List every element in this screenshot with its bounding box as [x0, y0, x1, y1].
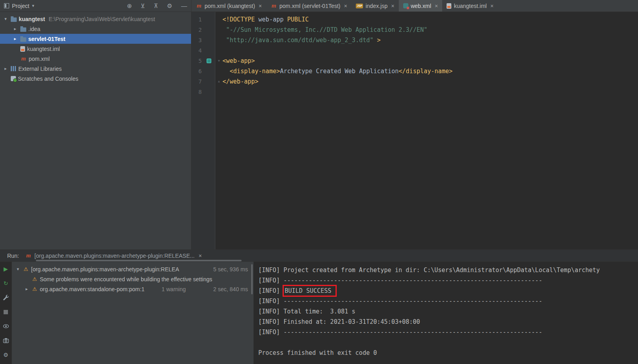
- chevron-right-icon[interactable]: ▸: [12, 26, 18, 31]
- console-text: [INFO]: [258, 287, 283, 294]
- line-number: 7: [191, 76, 203, 87]
- close-icon[interactable]: ×: [391, 3, 394, 9]
- editor-tab[interactable]: web.xml×: [399, 0, 443, 12]
- code-line: 5▿<web-app>: [191, 56, 638, 66]
- gear-icon-bottom[interactable]: ⚙: [3, 352, 9, 358]
- folder-file-icon: [11, 18, 17, 22]
- project-tree-item[interactable]: kuangtest.iml: [0, 44, 191, 54]
- editor-tab[interactable]: mpom.xml (servlet-01Test)×: [266, 0, 351, 12]
- gutter-space: [203, 87, 215, 97]
- main-area: ▾kuangtestE:\Programing\Java\Web\Servlet…: [0, 12, 638, 249]
- gear-icon[interactable]: ⚙: [167, 3, 172, 9]
- fold-close-icon[interactable]: ▵: [215, 76, 222, 87]
- chevron-right-icon[interactable]: ▸: [12, 36, 18, 41]
- gutter-space: [203, 14, 215, 25]
- chevron-down-icon[interactable]: ▾: [2, 16, 9, 21]
- project-tree-item[interactable]: mpom.xml: [0, 54, 191, 64]
- run-tool-window: Run: m [org.apache.maven.plugins:maven-a…: [0, 249, 638, 364]
- project-tree-item[interactable]: ▸External Libraries: [0, 64, 191, 74]
- folder-file-icon: [20, 27, 26, 32]
- gutter-space: [203, 25, 215, 35]
- code-line: 3 "http://java.sun.com/dtd/web-app_2_3.d…: [191, 35, 638, 45]
- project-tree-item[interactable]: ▾kuangtestE:\Programing\Java\Web\Servlet…: [0, 14, 191, 24]
- line-number: 3: [191, 35, 203, 45]
- chevron-right-icon[interactable]: ▸: [2, 66, 9, 71]
- code-line: 8: [191, 87, 638, 97]
- fold-space: [215, 14, 222, 25]
- run-tree-item[interactable]: ▾⚠[org.apache.maven.plugins:maven-archet…: [12, 264, 254, 274]
- close-icon[interactable]: ×: [435, 3, 438, 9]
- console-line: Process finished with exit code 0: [258, 348, 638, 358]
- code-editor[interactable]: 1<!DOCTYPE web-app PUBLIC2 "-//Sun Micro…: [191, 12, 638, 249]
- run-toolbar-stripe: ▶ ↻ ⚙: [0, 262, 12, 364]
- code-line: 7▵</web-app>: [191, 76, 638, 87]
- chevron-right-icon[interactable]: ▸: [24, 286, 29, 292]
- chevron-down-icon[interactable]: ▾: [32, 3, 35, 8]
- close-icon[interactable]: ×: [490, 3, 494, 9]
- wrench-icon[interactable]: [3, 294, 9, 301]
- expand-all-icon[interactable]: ⊻: [141, 3, 145, 9]
- fold-space: [215, 66, 222, 76]
- run-tab-label: [org.apache.maven.plugins:maven-archetyp…: [35, 253, 195, 259]
- run-tree-item[interactable]: ▸⚠org.apache.maven:standalone-pom:pom:11…: [12, 284, 254, 294]
- gutter-space: [203, 45, 215, 56]
- run-tree-item[interactable]: ⚠Some problems were encountered while bu…: [12, 274, 254, 284]
- tree-item-label: External Libraries: [18, 66, 62, 72]
- editor-tab[interactable]: kuangtest.iml×: [442, 0, 498, 12]
- locate-file-icon[interactable]: ⊕: [127, 3, 132, 9]
- project-tree-item[interactable]: Scratches and Consoles: [0, 74, 191, 84]
- restart-icon[interactable]: ↻: [3, 280, 9, 286]
- tree-scrollbar[interactable]: [251, 264, 253, 294]
- collapse-all-icon[interactable]: ⊼: [154, 3, 158, 9]
- rerun-icon[interactable]: ▶: [3, 266, 9, 272]
- console-line: [INFO] ---------------------------------…: [258, 275, 638, 286]
- close-icon[interactable]: ×: [344, 3, 347, 9]
- close-icon[interactable]: ×: [199, 253, 202, 259]
- code-line: 1<!DOCTYPE web-app PUBLIC: [191, 14, 638, 25]
- stop-icon[interactable]: [3, 309, 9, 315]
- project-view-selector[interactable]: Project: [12, 3, 29, 9]
- stop-square: [4, 310, 8, 314]
- maven-icon: m: [25, 253, 32, 259]
- editor-tab-label: pom.xml (servlet-01Test): [279, 3, 340, 9]
- hide-panel-icon[interactable]: ―: [181, 3, 187, 9]
- console-line: [INFO] ---------------------------------…: [258, 296, 638, 306]
- tree-item-label: Scratches and Consoles: [18, 76, 78, 82]
- editor-tab-label: web.xml: [411, 3, 431, 9]
- console-text: [INFO] Total time: 3.081 s: [258, 308, 355, 315]
- project-panel-header: Project ▾ ⊕ ⊻ ⊼ ⚙ ―: [0, 0, 191, 12]
- editor-tab[interactable]: JSPindex.jsp×: [351, 0, 398, 12]
- warning-icon: ⚠: [31, 276, 38, 282]
- chevron-down-icon[interactable]: ▾: [15, 267, 21, 272]
- run-tree-text: [org.apache.maven.plugins:maven-archetyp…: [31, 266, 179, 273]
- warning-icon: ⚠: [31, 286, 38, 292]
- close-icon[interactable]: ×: [259, 3, 262, 9]
- eye-icon[interactable]: [3, 323, 9, 329]
- elapsed-time: 5 sec, 936 ms: [213, 266, 248, 273]
- run-tab[interactable]: m [org.apache.maven.plugins:maven-archet…: [25, 253, 202, 259]
- project-tree-item[interactable]: ▸servlet-01Test: [0, 34, 191, 44]
- console-text: [INFO] ---------------------------------…: [258, 329, 542, 336]
- fold-space: [215, 45, 222, 56]
- run-messages-tree: ▾⚠[org.apache.maven.plugins:maven-archet…: [12, 262, 254, 364]
- project-tree-panel: ▾kuangtestE:\Programing\Java\Web\Servlet…: [0, 12, 191, 249]
- gutter-space: [203, 76, 215, 87]
- tree-item-label: servlet-01Test: [28, 36, 65, 42]
- tab-scrollbar[interactable]: [36, 260, 242, 261]
- console-text: [INFO] Finished at: 2021-03-31T20:45:03+…: [258, 318, 420, 325]
- project-tree-item[interactable]: ▸.idea: [0, 24, 191, 34]
- run-tree-text: org.apache.maven:standalone-pom:pom:1: [40, 286, 144, 292]
- editor-tab-label: kuangtest.iml: [454, 3, 486, 9]
- line-number: 8: [191, 87, 203, 97]
- ide-window: Project ▾ ⊕ ⊻ ⊼ ⚙ ― mpom.xml (kuangtest)…: [0, 0, 638, 364]
- run-console[interactable]: [INFO] Project created from Archetype in…: [254, 262, 638, 364]
- code-text: "-//Sun Microsystems, Inc.//DTD Web Appl…: [222, 25, 427, 35]
- camera-icon[interactable]: [3, 337, 9, 344]
- fold-open-icon[interactable]: ▿: [215, 56, 222, 66]
- fold-space: [215, 87, 222, 97]
- console-line: [INFO] Total time: 3.081 s: [258, 306, 638, 317]
- maven-file-icon: m: [20, 56, 27, 62]
- project-tool-window-icon: [4, 3, 9, 8]
- console-text: [INFO] Project created from Archetype in…: [258, 267, 600, 274]
- editor-tab[interactable]: mpom.xml (kuangtest)×: [191, 0, 266, 12]
